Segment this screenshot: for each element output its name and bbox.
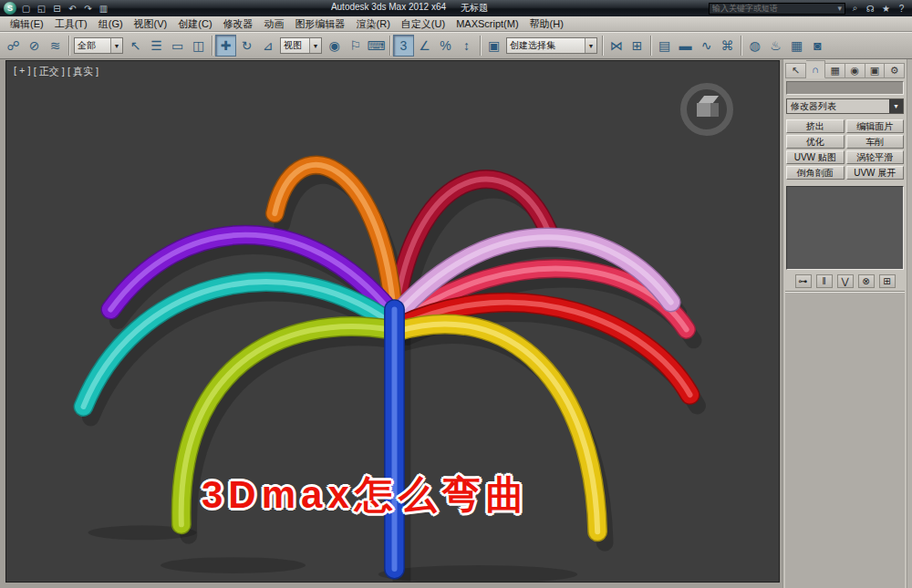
named-selection-sets-dropdown[interactable]: 创建选择集▼ [506, 37, 597, 54]
menu-maxscript[interactable]: MAXScript(M) [451, 17, 523, 30]
configure-modifier-sets-icon[interactable]: ⊞ [879, 274, 896, 288]
align-button[interactable]: ⊞ [627, 35, 648, 57]
menu-customize[interactable]: 自定义(U) [396, 16, 451, 32]
layer-manager-button[interactable]: ▤ [654, 35, 675, 57]
modifier-button-5[interactable]: 涡轮平滑 [846, 150, 905, 164]
toolbar-separator [741, 36, 741, 56]
select-and-manipulate-button[interactable]: ⚐ [345, 35, 366, 57]
viewcube[interactable] [677, 79, 737, 139]
menu-views[interactable]: 视图(V) [129, 16, 173, 32]
menu-tools[interactable]: 工具(T) [49, 16, 93, 32]
toolbar-separator [650, 36, 651, 56]
undo-icon[interactable]: ↶ [66, 2, 79, 15]
open-file-icon[interactable]: ◱ [35, 2, 48, 15]
spinner-snap-toggle-button[interactable]: ↕ [456, 35, 477, 57]
select-and-move-button[interactable]: ✚ [215, 35, 236, 57]
title-bar: S ▢◱⊟↶↷▥ Autodesk 3ds Max 2012 x64 无标题 ▾… [0, 0, 912, 16]
select-and-scale-button[interactable]: ⊿ [257, 35, 278, 57]
select-and-link-button[interactable]: ☍ [3, 35, 24, 57]
menu-group[interactable]: 组(G) [93, 16, 129, 32]
toggle-ribbon-button[interactable]: ▬ [675, 35, 696, 57]
modifier-button-0[interactable]: 挤出 [786, 119, 845, 133]
reference-coordinate-system-value: 视图 [281, 39, 309, 52]
modifier-button-4[interactable]: UVW 贴图 [786, 150, 845, 164]
tab-display[interactable]: ▣ [865, 63, 886, 78]
menu-help[interactable]: 帮助(H) [524, 16, 569, 32]
rect-selection-region-button[interactable]: ▭ [167, 35, 188, 57]
toolbar-separator [480, 36, 481, 56]
viewport-menu-view[interactable]: [ 正交 ] [34, 65, 65, 78]
angle-snap-toggle-button[interactable]: ∠ [414, 35, 435, 57]
render-setup-button[interactable]: ♨ [765, 35, 786, 57]
pin-stack-icon[interactable]: ⊶ [795, 274, 812, 288]
tab-motion[interactable]: ◉ [845, 63, 865, 78]
use-pivot-point-center-button[interactable]: ◉ [324, 35, 345, 57]
menu-edit[interactable]: 编辑(E) [5, 16, 49, 32]
modifier-button-1[interactable]: 编辑面片 [846, 119, 905, 133]
viewport-label: [ + ] [ 正交 ] [ 真实 ] [14, 65, 98, 78]
selection-filter-dropdown[interactable]: 全部▼ [74, 37, 123, 54]
chevron-down-icon[interactable]: ▼ [110, 38, 122, 53]
chevron-down-icon[interactable]: ▼ [889, 99, 903, 113]
menu-create[interactable]: 创建(C) [172, 16, 217, 32]
viewport-menu-shading[interactable]: [ 真实 ] [67, 65, 98, 78]
named-selection-sets-value: 创建选择集 [507, 39, 585, 52]
mirror-button[interactable]: ⋈ [606, 35, 627, 57]
project-folder-icon[interactable]: ▥ [97, 2, 110, 15]
modifier-buttons-grid: 挤出编辑面片优化车削UVW 贴图涡轮平滑倒角剖面UVW 展开 [786, 119, 904, 180]
communication-center-icon[interactable]: ☊ [864, 2, 877, 15]
viewcube-cube[interactable] [697, 96, 719, 119]
command-panel-tabs: ↖∩▦◉▣⚙ [785, 60, 905, 78]
modifier-button-7[interactable]: UVW 展开 [846, 166, 905, 180]
curve-editor-button[interactable]: ∿ [696, 35, 717, 57]
menu-rendering[interactable]: 渲染(R) [351, 16, 396, 32]
help-icon[interactable]: ? [895, 2, 908, 15]
remove-modifier-icon[interactable]: ⊗ [858, 274, 875, 288]
floor-shadow [161, 557, 306, 573]
make-unique-icon[interactable]: ⋁ [837, 274, 854, 288]
search-icon[interactable]: ⌕ [848, 2, 862, 15]
select-object-button[interactable]: ↖ [125, 35, 146, 57]
render-production-button[interactable]: ◙ [807, 35, 828, 57]
object-name-input[interactable] [787, 86, 903, 98]
tab-modify[interactable]: ∩ [806, 60, 826, 78]
modifier-list-dropdown[interactable]: 修改器列表 ▼ [786, 98, 904, 114]
save-file-icon[interactable]: ⊟ [50, 2, 64, 15]
chevron-down-icon[interactable]: ▼ [309, 38, 321, 53]
unlink-selection-button[interactable]: ⊘ [24, 35, 45, 57]
chevron-down-icon[interactable]: ▾ [837, 4, 842, 13]
modifier-button-2[interactable]: 优化 [786, 135, 845, 149]
new-scene-icon[interactable]: ▢ [19, 2, 33, 15]
modifier-button-3[interactable]: 车削 [846, 135, 905, 149]
snaps-toggle-3d-button[interactable]: 3 [393, 35, 414, 57]
favorites-icon[interactable]: ★ [879, 2, 893, 15]
viewport-menu-plus[interactable]: [ + ] [14, 65, 31, 78]
panel-scrollbar[interactable] [907, 59, 912, 588]
redo-icon[interactable]: ↷ [81, 2, 95, 15]
search-input[interactable] [712, 4, 834, 13]
reference-coordinate-system-dropdown[interactable]: 视图▼ [280, 37, 322, 54]
edit-named-selection-sets-button[interactable]: ▣ [483, 35, 504, 57]
keyboard-shortcut-override-button[interactable]: ⌨ [366, 35, 387, 57]
percent-snap-toggle-button[interactable]: % [435, 35, 456, 57]
toolbar-separator [602, 36, 603, 56]
material-editor-button[interactable]: ◍ [744, 35, 765, 57]
modifier-button-6[interactable]: 倒角剖面 [786, 166, 845, 180]
window-crossing-toggle-button[interactable]: ◫ [188, 35, 209, 57]
tab-hierarchy[interactable]: ▦ [825, 63, 845, 78]
app-logo-icon[interactable]: S [4, 2, 16, 15]
modifier-stack[interactable] [786, 186, 904, 270]
menu-modifiers[interactable]: 修改器 [218, 16, 259, 32]
select-and-rotate-button[interactable]: ↻ [236, 35, 257, 57]
rendered-frame-window-button[interactable]: ▦ [786, 35, 807, 57]
tab-create[interactable]: ↖ [785, 63, 806, 78]
tab-utilities[interactable]: ⚙ [885, 63, 905, 78]
show-end-result-icon[interactable]: ‖ [816, 274, 833, 288]
menu-graph-editors[interactable]: 图形编辑器 [290, 16, 351, 32]
schematic-view-button[interactable]: ⌘ [717, 35, 738, 57]
select-by-name-button[interactable]: ☰ [146, 35, 167, 57]
menu-animation[interactable]: 动画 [259, 16, 290, 32]
bind-to-space-warp-button[interactable]: ≋ [45, 35, 66, 57]
chevron-down-icon[interactable]: ▼ [585, 38, 596, 53]
viewport[interactable]: [ + ] [ 正交 ] [ 真实 ] 3Dmax怎么弯曲 [5, 60, 780, 583]
